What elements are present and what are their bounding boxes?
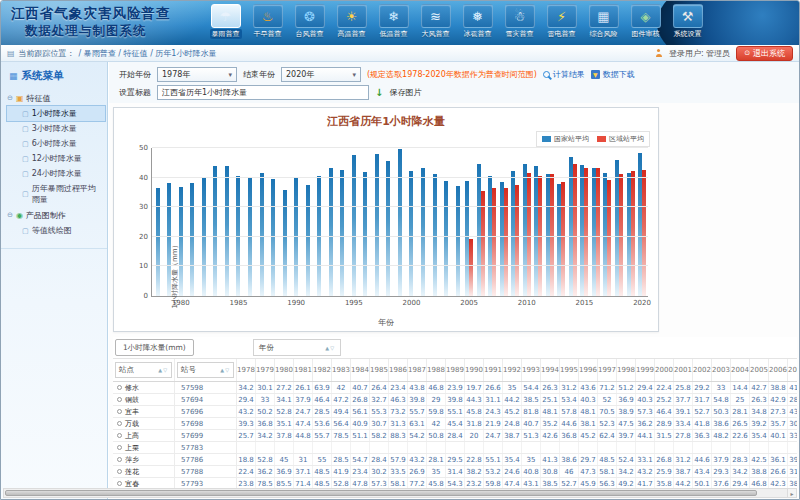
value-cell: 28.5 [332, 454, 351, 465]
toolbar-item-高温普查[interactable]: ☀高温普查 [333, 4, 370, 39]
y-tick-label: 40 [139, 174, 148, 182]
sidebar-title-label: 系统菜单 [22, 69, 64, 83]
value-cell [313, 442, 332, 453]
station-cell: 莲花 [113, 466, 175, 477]
sidebar-item-等值线绘图[interactable]: ▢等值线绘图 [7, 223, 105, 238]
value-cell [522, 442, 541, 453]
calc-result-button[interactable]: 计算结果 [543, 69, 585, 80]
toolbar-item-干旱普查[interactable]: ♨干旱普查 [249, 4, 286, 39]
value-cell: 43.8 [408, 382, 427, 393]
sort-icons: ▲▽ [158, 367, 168, 373]
bar-group-1987 [256, 148, 268, 296]
value-cell: 14.4 [731, 382, 750, 393]
logout-button[interactable]: ⊙ 退出系统 [736, 46, 793, 61]
sidebar-item-历年暴雨过程平均雨量[interactable]: ▢历年暴雨过程平均雨量 [7, 181, 105, 207]
bar-区域站平均-2019 [631, 171, 635, 296]
sidebar-item-1小时降水量[interactable]: ▢1小时降水量 [7, 106, 105, 121]
save-image-button[interactable]: 保存图片 [389, 87, 421, 98]
table-row-宜丰: 宜丰5769643.250.252.824.728.549.456.155.37… [113, 406, 797, 418]
bar-区域站平均-2008 [504, 188, 508, 296]
row-radio[interactable] [117, 481, 122, 486]
value-cell: 26.3 [541, 382, 560, 393]
row-radio[interactable] [117, 421, 122, 426]
value-cell: 48.5 [598, 454, 617, 465]
sidebar-item-6小时降水量[interactable]: ▢6小时降水量 [7, 136, 105, 151]
calc-result-label: 计算结果 [553, 69, 585, 80]
breadcrumb[interactable]: / 暴雨普查 / 特征值 / 历年1小时降水量 [79, 48, 217, 59]
toolbar-item-冰雹普查[interactable]: ❅冰雹普查 [459, 4, 496, 39]
toolbar-item-label: 暴雨普查 [210, 29, 242, 39]
station-id-header-filter[interactable]: 站号 ▲▽ [177, 362, 234, 378]
row-radio[interactable] [117, 469, 122, 474]
year-column-2005: 2005 [750, 359, 769, 381]
value-cell: 28.6 [788, 394, 797, 405]
year-column-1999: 1999 [636, 359, 655, 381]
bar-国家站平均-1983 [213, 166, 217, 296]
rainstorm-icon: ☂ [211, 4, 241, 28]
legend-swatch [597, 136, 606, 142]
row-radio[interactable] [117, 433, 122, 438]
start-year-label: 开始年份 [119, 69, 151, 80]
station-id-cell: 57699 [175, 430, 237, 441]
row-radio[interactable] [117, 457, 122, 462]
toolbar-item-雪灾普查[interactable]: ☃雪灾普查 [501, 4, 538, 39]
value-cell: 22.6 [731, 430, 750, 441]
horizontal-scrollbar[interactable]: ▸ [3, 488, 797, 498]
toolbar-item-台风普查[interactable]: ❂台风普查 [291, 4, 328, 39]
end-year-select[interactable]: 2020年 ▾ [281, 67, 361, 82]
bar-区域站平均-2014 [573, 164, 577, 296]
toolbar-item-雷电普查[interactable]: ⚡雷电普查 [543, 4, 580, 39]
row-radio[interactable] [117, 445, 122, 450]
row-radio[interactable] [117, 385, 122, 390]
drought-icon: ♨ [253, 4, 283, 28]
scrollbar-right-arrow[interactable]: ▸ [787, 489, 796, 497]
value-cell: 55.1 [446, 406, 465, 417]
value-cell: 37.8 [275, 430, 294, 441]
value-cell: 31 [294, 454, 313, 465]
sidebar-group-特征值[interactable]: ⊖▣特征值 [7, 90, 105, 106]
app-title-line1: 江西省气象灾害风险普查 [11, 5, 171, 23]
toolbar-item-大风普查[interactable]: ≋大风普查 [417, 4, 454, 39]
high-temp-icon: ☀ [337, 4, 367, 28]
bar-国家站平均-1988 [271, 179, 275, 296]
value-cell: 34.8 [750, 406, 769, 417]
sidebar-group-产品图制作[interactable]: ⊖◉产品图制作 [7, 207, 105, 223]
bar-区域站平均-2015 [584, 168, 588, 296]
table-row-铜鼓: 铜鼓5769429.43334.137.946.447.226.832.746.… [113, 394, 797, 406]
scrollbar-thumb[interactable] [5, 490, 757, 496]
row-radio[interactable] [117, 409, 122, 414]
start-year-select[interactable]: 1978年 ▾ [157, 67, 237, 82]
year-column-filter[interactable]: 年份 ▲▽ [253, 339, 341, 356]
station-header-filter[interactable]: 站点 ▲▽ [115, 362, 172, 378]
value-cell [598, 442, 617, 453]
gridline [152, 147, 648, 148]
expander-icon: ⊖ [7, 94, 13, 102]
row-radio[interactable] [117, 397, 122, 402]
sidebar-item-24小时降水量[interactable]: ▢24小时降水量 [7, 166, 105, 181]
toolbar-item-暴雨普查[interactable]: ☂暴雨普查 [207, 4, 244, 39]
year-column-1987: 1987 [408, 359, 427, 381]
bar-group-1998 [383, 148, 395, 296]
toolbar-item-图件审核[interactable]: ◈图件审核 [627, 4, 664, 39]
y-tick-label: 0 [144, 292, 148, 300]
folder-icon: ▣ [16, 94, 24, 103]
range-note: (规定选取1978-2020年数据作为普查时间范围) [367, 69, 537, 80]
chart-title-input[interactable]: 江西省历年1小时降水量 [157, 85, 369, 100]
year-column-1991: 1991 [484, 359, 503, 381]
value-cell: 36.2 [636, 418, 655, 429]
toolbar-item-综合风险[interactable]: ▦综合风险 [585, 4, 622, 39]
value-cell: 56.1 [351, 406, 370, 417]
data-download-button[interactable]: ▼ 数据下载 [591, 69, 635, 80]
sidebar-item-3小时降水量[interactable]: ▢3小时降水量 [7, 121, 105, 136]
station-name: 萍乡 [125, 455, 139, 465]
value-cell [237, 442, 256, 453]
value-cell: 39.3 [237, 418, 256, 429]
value-cell: 23.4 [351, 466, 370, 477]
sidebar-item-12小时降水量[interactable]: ▢12小时降水量 [7, 151, 105, 166]
value-cell: 38.7 [503, 430, 522, 441]
toolbar-item-label: 冰雹普查 [464, 29, 492, 39]
toolbar-item-系统设置[interactable]: ⚒系统设置 [669, 4, 706, 39]
value-cell: 28.9 [655, 418, 674, 429]
toolbar-item-低温普查[interactable]: ❄低温普查 [375, 4, 412, 39]
bar-国家站平均-1994 [340, 170, 344, 296]
